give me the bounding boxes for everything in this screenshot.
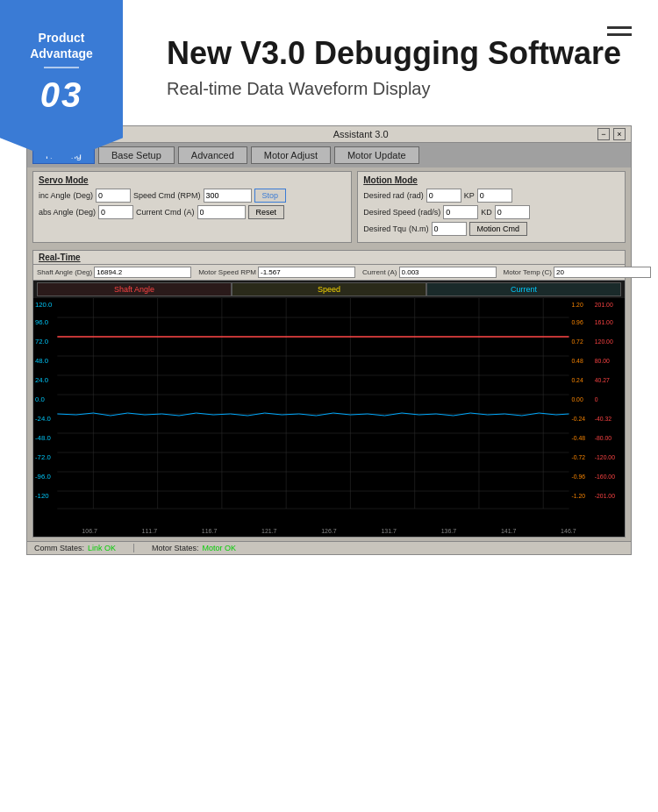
svg-text:1.20: 1.20 <box>571 302 583 308</box>
stat-shaft-label: Shaft Angle (Deg) <box>37 268 92 276</box>
tab-motor-update[interactable]: Motor Update <box>334 146 419 164</box>
desired-speed-label: Desired Speed (rad/s) <box>363 208 440 217</box>
stat-temp-value[interactable] <box>554 267 651 278</box>
motion-mode-panel: Motion Mode Desired rad (rad) KP Desired… <box>357 171 626 243</box>
desired-tqu-label: Desired Tqu <box>363 224 406 233</box>
svg-text:-160.00: -160.00 <box>595 474 615 480</box>
kd-label: KD <box>481 208 492 217</box>
motion-row-1: Desired rad (rad) KP <box>363 189 619 203</box>
svg-text:120.00: 120.00 <box>595 338 613 345</box>
status-bar: Comm States: Link OK Motor States: Motor… <box>27 541 631 554</box>
speed-cmd-input[interactable] <box>204 189 252 203</box>
inc-angle-unit: (Deg) <box>74 191 94 200</box>
abs-angle-label: abs Angle <box>39 208 74 217</box>
inc-angle-label: inc Angle <box>39 191 71 200</box>
svg-text:0.96: 0.96 <box>571 319 583 325</box>
desired-rad-input[interactable] <box>426 189 461 203</box>
tab-motor-adjust[interactable]: Motor Adjust <box>251 146 331 164</box>
stat-shaft-value[interactable] <box>94 267 191 278</box>
abs-angle-input[interactable] <box>98 205 133 219</box>
stop-button[interactable]: Stop <box>254 189 287 203</box>
comm-value: Link OK <box>88 544 116 552</box>
x-label-4: 121.7 <box>261 528 277 534</box>
svg-text:-40.32: -40.32 <box>595 416 612 422</box>
comm-label: Comm States: <box>34 544 84 552</box>
kd-input[interactable] <box>495 205 530 219</box>
tab-advanced[interactable]: Advanced <box>178 146 247 164</box>
main-title: New V3.0 Debugging Software <box>167 35 632 72</box>
svg-text:24.0: 24.0 <box>35 376 49 384</box>
reset-button[interactable]: Reset <box>248 205 285 219</box>
stat-speed-value[interactable] <box>258 267 355 278</box>
sub-title: Real-time Data Waveform Display <box>167 79 632 99</box>
svg-text:0.24: 0.24 <box>571 377 583 383</box>
x-label-9: 146.7 <box>561 528 576 534</box>
motion-row-2: Desired Speed (rad/s) KD <box>363 205 619 219</box>
servo-row-2: abs Angle (Deg) Current Cmd (A) Reset <box>39 205 346 219</box>
motor-value: Motor OK <box>203 544 237 552</box>
menu-icon[interactable] <box>607 26 632 36</box>
x-label-5: 126.7 <box>321 528 337 534</box>
current-cmd-label: Current Cmd <box>136 208 182 217</box>
svg-text:96.0: 96.0 <box>35 318 49 326</box>
stat-speed-label: Motor Speed RPM <box>198 268 256 276</box>
stat-motor-speed: Motor Speed RPM <box>198 267 355 278</box>
chart-svg: 120.0 96.0 72.0 48.0 24.0 0.0 -24.0 -48.… <box>33 298 625 526</box>
motion-cmd-button[interactable]: Motion Cmd <box>469 222 528 236</box>
svg-text:-0.48: -0.48 <box>571 435 585 441</box>
desired-rad-unit: (rad) <box>407 191 424 200</box>
badge-divider <box>44 67 79 68</box>
app-name: Assistant 3.0 <box>333 129 389 139</box>
x-label-3: 116.7 <box>202 528 218 534</box>
stat-current: Current (A) <box>362 267 497 278</box>
chart-tab-speed[interactable]: Speed <box>232 282 426 296</box>
desired-tqu-input[interactable] <box>432 222 467 236</box>
svg-text:161.00: 161.00 <box>595 319 613 325</box>
header-section: ProductAdvantage 03 New V3.0 Debugging S… <box>0 0 658 108</box>
desired-speed-input[interactable] <box>443 205 478 219</box>
speed-cmd-unit: (RPM) <box>178 191 201 200</box>
servo-row-1: inc Angle (Deg) Speed Cmd (RPM) Stop <box>39 189 346 203</box>
svg-text:0: 0 <box>595 396 598 402</box>
svg-text:-201.00: -201.00 <box>595 493 615 499</box>
close-button[interactable]: × <box>613 128 626 140</box>
svg-text:0.0: 0.0 <box>35 395 45 403</box>
tab-base-setup[interactable]: Base Setup <box>98 146 175 164</box>
main-content: Servo Mode inc Angle (Deg) Speed Cmd (RP… <box>27 167 631 246</box>
svg-text:-120: -120 <box>35 492 49 500</box>
svg-rect-0 <box>33 298 625 526</box>
realtime-section: Real-Time Shaft Angle (Deg) Motor Speed … <box>27 246 631 541</box>
current-cmd-unit: (A) <box>184 208 195 217</box>
chart-tab-shaft-angle[interactable]: Shaft Angle <box>37 282 232 296</box>
chart-tabs: Shaft Angle Speed Current <box>33 281 625 298</box>
stat-current-value[interactable] <box>399 267 497 278</box>
chart-area: 120.0 96.0 72.0 48.0 24.0 0.0 -24.0 -48.… <box>33 298 625 526</box>
svg-text:40.27: 40.27 <box>595 377 610 383</box>
svg-text:-0.96: -0.96 <box>571 474 585 480</box>
svg-text:0.48: 0.48 <box>571 358 583 364</box>
x-label-2: 111.7 <box>142 528 158 534</box>
inc-angle-input[interactable] <box>96 189 131 203</box>
chart-tab-current[interactable]: Current <box>426 282 621 296</box>
menu-line-1 <box>607 26 632 29</box>
badge-line1: ProductAdvantage <box>30 30 93 61</box>
x-label-1: 106.7 <box>82 528 97 534</box>
current-cmd-input[interactable] <box>197 205 246 219</box>
servo-mode-title: Servo Mode <box>39 175 346 185</box>
title-bar-controls: − × <box>597 128 626 140</box>
x-axis: 106.7 111.7 116.7 121.7 126.7 131.7 136.… <box>33 526 625 537</box>
software-container: MYACTUATOR Assistant 3.0 − × Running Bas… <box>26 125 632 555</box>
motion-row-3: Desired Tqu (N.m) Motion Cmd <box>363 222 619 236</box>
svg-text:120.0: 120.0 <box>35 301 53 309</box>
svg-text:48.0: 48.0 <box>35 357 49 365</box>
stat-shaft-angle: Shaft Angle (Deg) <box>37 267 191 278</box>
kp-label: KP <box>464 191 475 200</box>
minimize-button[interactable]: − <box>597 128 610 140</box>
stat-temp-label: Motor Temp (C) <box>504 268 552 276</box>
kp-input[interactable] <box>477 189 512 203</box>
svg-text:80.00: 80.00 <box>595 358 610 364</box>
svg-text:-120.00: -120.00 <box>595 454 615 460</box>
menu-line-2 <box>607 33 632 36</box>
x-label-8: 141.7 <box>501 528 517 534</box>
svg-text:-0.24: -0.24 <box>571 416 585 422</box>
